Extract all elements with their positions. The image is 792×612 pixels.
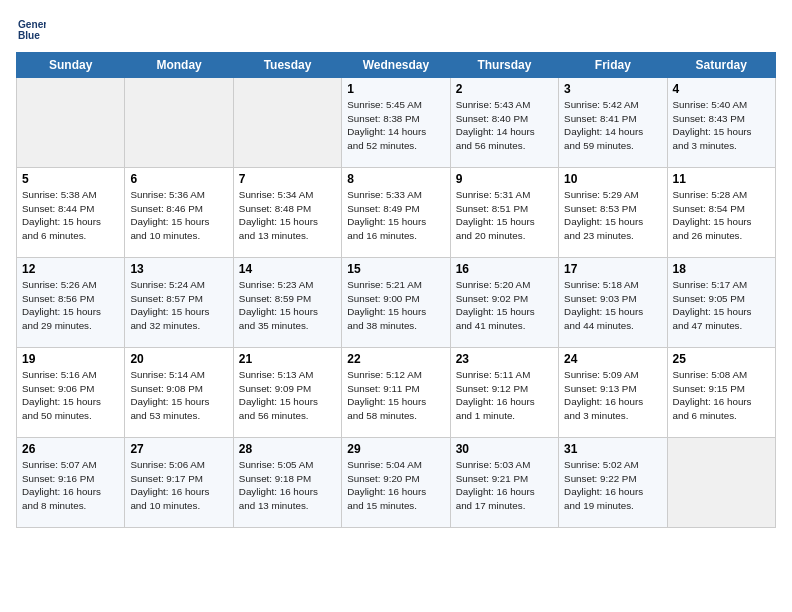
svg-text:General: General — [18, 19, 46, 30]
calendar-cell: 15Sunrise: 5:21 AMSunset: 9:00 PMDayligh… — [342, 258, 450, 348]
day-number: 1 — [347, 82, 444, 96]
calendar-cell: 8Sunrise: 5:33 AMSunset: 8:49 PMDaylight… — [342, 168, 450, 258]
calendar-cell: 9Sunrise: 5:31 AMSunset: 8:51 PMDaylight… — [450, 168, 558, 258]
day-number: 14 — [239, 262, 336, 276]
day-number: 30 — [456, 442, 553, 456]
calendar-cell: 21Sunrise: 5:13 AMSunset: 9:09 PMDayligh… — [233, 348, 341, 438]
day-info: Sunrise: 5:08 AMSunset: 9:15 PMDaylight:… — [673, 368, 770, 423]
day-info: Sunrise: 5:17 AMSunset: 9:05 PMDaylight:… — [673, 278, 770, 333]
day-number: 11 — [673, 172, 770, 186]
weekday-header-row: SundayMondayTuesdayWednesdayThursdayFrid… — [17, 53, 776, 78]
day-info: Sunrise: 5:07 AMSunset: 9:16 PMDaylight:… — [22, 458, 119, 513]
day-info: Sunrise: 5:06 AMSunset: 9:17 PMDaylight:… — [130, 458, 227, 513]
calendar-table: SundayMondayTuesdayWednesdayThursdayFrid… — [16, 52, 776, 528]
day-info: Sunrise: 5:38 AMSunset: 8:44 PMDaylight:… — [22, 188, 119, 243]
day-info: Sunrise: 5:33 AMSunset: 8:49 PMDaylight:… — [347, 188, 444, 243]
day-number: 3 — [564, 82, 661, 96]
day-number: 26 — [22, 442, 119, 456]
calendar-cell: 4Sunrise: 5:40 AMSunset: 8:43 PMDaylight… — [667, 78, 775, 168]
calendar-cell: 26Sunrise: 5:07 AMSunset: 9:16 PMDayligh… — [17, 438, 125, 528]
calendar-week-row: 5Sunrise: 5:38 AMSunset: 8:44 PMDaylight… — [17, 168, 776, 258]
calendar-week-row: 26Sunrise: 5:07 AMSunset: 9:16 PMDayligh… — [17, 438, 776, 528]
day-number: 5 — [22, 172, 119, 186]
page-header: General Blue — [16, 16, 776, 44]
calendar-cell: 28Sunrise: 5:05 AMSunset: 9:18 PMDayligh… — [233, 438, 341, 528]
calendar-cell: 25Sunrise: 5:08 AMSunset: 9:15 PMDayligh… — [667, 348, 775, 438]
day-number: 16 — [456, 262, 553, 276]
calendar-cell: 12Sunrise: 5:26 AMSunset: 8:56 PMDayligh… — [17, 258, 125, 348]
day-info: Sunrise: 5:29 AMSunset: 8:53 PMDaylight:… — [564, 188, 661, 243]
day-info: Sunrise: 5:18 AMSunset: 9:03 PMDaylight:… — [564, 278, 661, 333]
calendar-cell — [125, 78, 233, 168]
day-number: 12 — [22, 262, 119, 276]
day-info: Sunrise: 5:21 AMSunset: 9:00 PMDaylight:… — [347, 278, 444, 333]
calendar-cell: 24Sunrise: 5:09 AMSunset: 9:13 PMDayligh… — [559, 348, 667, 438]
calendar-cell: 30Sunrise: 5:03 AMSunset: 9:21 PMDayligh… — [450, 438, 558, 528]
day-info: Sunrise: 5:12 AMSunset: 9:11 PMDaylight:… — [347, 368, 444, 423]
weekday-header: Monday — [125, 53, 233, 78]
weekday-header: Wednesday — [342, 53, 450, 78]
day-number: 6 — [130, 172, 227, 186]
calendar-cell: 27Sunrise: 5:06 AMSunset: 9:17 PMDayligh… — [125, 438, 233, 528]
calendar-cell: 7Sunrise: 5:34 AMSunset: 8:48 PMDaylight… — [233, 168, 341, 258]
calendar-week-row: 19Sunrise: 5:16 AMSunset: 9:06 PMDayligh… — [17, 348, 776, 438]
calendar-cell — [233, 78, 341, 168]
day-number: 19 — [22, 352, 119, 366]
day-info: Sunrise: 5:36 AMSunset: 8:46 PMDaylight:… — [130, 188, 227, 243]
svg-text:Blue: Blue — [18, 30, 40, 41]
calendar-cell: 14Sunrise: 5:23 AMSunset: 8:59 PMDayligh… — [233, 258, 341, 348]
day-info: Sunrise: 5:13 AMSunset: 9:09 PMDaylight:… — [239, 368, 336, 423]
day-info: Sunrise: 5:40 AMSunset: 8:43 PMDaylight:… — [673, 98, 770, 153]
calendar-cell — [17, 78, 125, 168]
weekday-header: Friday — [559, 53, 667, 78]
calendar-cell: 22Sunrise: 5:12 AMSunset: 9:11 PMDayligh… — [342, 348, 450, 438]
calendar-cell: 2Sunrise: 5:43 AMSunset: 8:40 PMDaylight… — [450, 78, 558, 168]
calendar-cell: 20Sunrise: 5:14 AMSunset: 9:08 PMDayligh… — [125, 348, 233, 438]
day-info: Sunrise: 5:11 AMSunset: 9:12 PMDaylight:… — [456, 368, 553, 423]
calendar-cell: 10Sunrise: 5:29 AMSunset: 8:53 PMDayligh… — [559, 168, 667, 258]
day-info: Sunrise: 5:23 AMSunset: 8:59 PMDaylight:… — [239, 278, 336, 333]
day-number: 31 — [564, 442, 661, 456]
day-number: 27 — [130, 442, 227, 456]
weekday-header: Tuesday — [233, 53, 341, 78]
calendar-week-row: 1Sunrise: 5:45 AMSunset: 8:38 PMDaylight… — [17, 78, 776, 168]
day-info: Sunrise: 5:04 AMSunset: 9:20 PMDaylight:… — [347, 458, 444, 513]
day-number: 29 — [347, 442, 444, 456]
day-number: 20 — [130, 352, 227, 366]
calendar-cell: 19Sunrise: 5:16 AMSunset: 9:06 PMDayligh… — [17, 348, 125, 438]
day-info: Sunrise: 5:20 AMSunset: 9:02 PMDaylight:… — [456, 278, 553, 333]
weekday-header: Sunday — [17, 53, 125, 78]
day-info: Sunrise: 5:02 AMSunset: 9:22 PMDaylight:… — [564, 458, 661, 513]
day-info: Sunrise: 5:45 AMSunset: 8:38 PMDaylight:… — [347, 98, 444, 153]
calendar-body: 1Sunrise: 5:45 AMSunset: 8:38 PMDaylight… — [17, 78, 776, 528]
day-info: Sunrise: 5:24 AMSunset: 8:57 PMDaylight:… — [130, 278, 227, 333]
weekday-header: Saturday — [667, 53, 775, 78]
day-info: Sunrise: 5:34 AMSunset: 8:48 PMDaylight:… — [239, 188, 336, 243]
day-number: 7 — [239, 172, 336, 186]
weekday-header: Thursday — [450, 53, 558, 78]
calendar-cell: 17Sunrise: 5:18 AMSunset: 9:03 PMDayligh… — [559, 258, 667, 348]
calendar-cell: 29Sunrise: 5:04 AMSunset: 9:20 PMDayligh… — [342, 438, 450, 528]
day-number: 8 — [347, 172, 444, 186]
day-number: 22 — [347, 352, 444, 366]
day-info: Sunrise: 5:28 AMSunset: 8:54 PMDaylight:… — [673, 188, 770, 243]
calendar-cell: 6Sunrise: 5:36 AMSunset: 8:46 PMDaylight… — [125, 168, 233, 258]
calendar-cell: 3Sunrise: 5:42 AMSunset: 8:41 PMDaylight… — [559, 78, 667, 168]
day-number: 18 — [673, 262, 770, 276]
calendar-cell: 31Sunrise: 5:02 AMSunset: 9:22 PMDayligh… — [559, 438, 667, 528]
day-info: Sunrise: 5:26 AMSunset: 8:56 PMDaylight:… — [22, 278, 119, 333]
day-info: Sunrise: 5:42 AMSunset: 8:41 PMDaylight:… — [564, 98, 661, 153]
day-number: 4 — [673, 82, 770, 96]
day-info: Sunrise: 5:31 AMSunset: 8:51 PMDaylight:… — [456, 188, 553, 243]
day-number: 15 — [347, 262, 444, 276]
day-info: Sunrise: 5:14 AMSunset: 9:08 PMDaylight:… — [130, 368, 227, 423]
calendar-cell: 1Sunrise: 5:45 AMSunset: 8:38 PMDaylight… — [342, 78, 450, 168]
day-info: Sunrise: 5:43 AMSunset: 8:40 PMDaylight:… — [456, 98, 553, 153]
calendar-header: SundayMondayTuesdayWednesdayThursdayFrid… — [17, 53, 776, 78]
logo-icon: General Blue — [18, 16, 46, 44]
day-number: 25 — [673, 352, 770, 366]
logo: General Blue — [16, 16, 46, 44]
day-number: 10 — [564, 172, 661, 186]
day-number: 17 — [564, 262, 661, 276]
day-number: 2 — [456, 82, 553, 96]
